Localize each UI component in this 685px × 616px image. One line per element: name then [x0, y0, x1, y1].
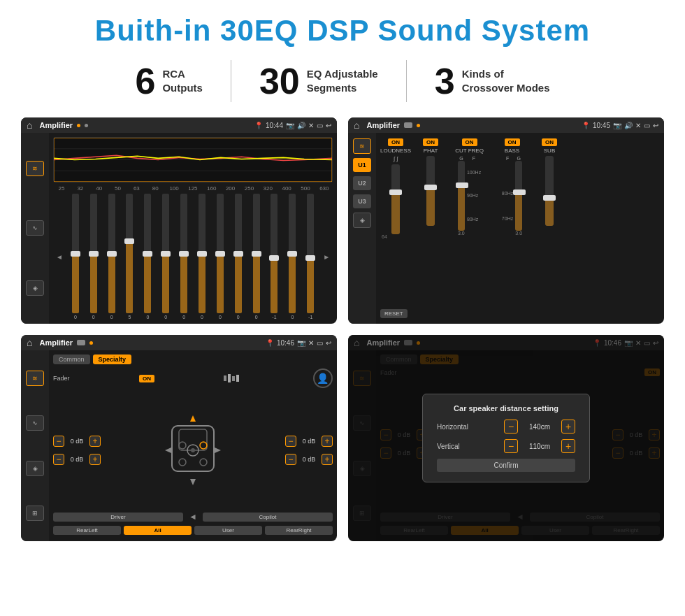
fader-db-val-3: 0 dB: [299, 438, 319, 445]
cross-home-icon[interactable]: ⌂: [354, 120, 359, 131]
eq-freq-250: 250: [242, 185, 256, 192]
eq-slider-5[interactable]: 0: [139, 194, 156, 320]
cutfreq-on-badge[interactable]: ON: [462, 138, 477, 146]
stat-number-crossover: 3: [435, 63, 455, 99]
crossover-screen-card: ⌂ Amplifier 📍 10:45 📷 🔊 ✕ ▭ ↩ ≋ U1: [348, 117, 664, 324]
eq-sidebar-eq-icon[interactable]: ≋: [26, 161, 44, 176]
eq-slider-9[interactable]: 0: [212, 194, 229, 320]
dist-vertical-minus[interactable]: −: [504, 439, 518, 453]
fader-wave-icon[interactable]: ∿: [26, 415, 44, 431]
loudness-on-badge[interactable]: ON: [388, 138, 403, 146]
eq-slider-7[interactable]: 0: [175, 194, 192, 320]
fader-person-icon: 👤: [313, 368, 333, 388]
loudness-group: ON LOUDNESS ∫∫ 64: [380, 138, 411, 301]
distance-screen-card: ⌂ Amplifier 📍 10:46 📷 ✕ ▭ ↩ ≋ ∿ ◈: [348, 335, 664, 541]
phat-label: PHAT: [424, 148, 438, 154]
cross-content: ≋ U1 U2 U3 ◈ ON LOUDNESS ∫∫: [348, 133, 664, 324]
cross-u1-btn[interactable]: U1: [353, 158, 371, 172]
eq-slider-6[interactable]: 0: [157, 194, 174, 320]
stat-crossover: 3 Kinds of Crossover Modes: [407, 63, 578, 99]
cross-reset-btn[interactable]: RESET: [380, 309, 408, 318]
eq-slider-11[interactable]: 0: [248, 194, 265, 320]
fader-copilot-btn[interactable]: Copilot: [203, 513, 333, 522]
eq-sidebar-spk-icon[interactable]: ◈: [26, 280, 44, 296]
fader-on-badge[interactable]: ON: [139, 375, 154, 382]
fader-rearleft-btn[interactable]: RearLeft: [53, 526, 121, 535]
fader-back-icon[interactable]: ↩: [326, 339, 331, 347]
fader-controls-area: − 0 dB + − 0 dB +: [53, 390, 333, 510]
eq-sliders: ◄ 0 0 0 5 0 0 0 0 0 0 0 -1 0 -1: [53, 194, 333, 320]
eq-slider-13[interactable]: 0: [284, 194, 301, 320]
fader-minus-4[interactable]: −: [285, 454, 296, 465]
fader-plus-4[interactable]: +: [322, 454, 333, 465]
bass-group: ON BASS F 80Hz 70Hz: [493, 138, 531, 301]
cross-back-icon[interactable]: ↩: [653, 122, 658, 129]
fader-plus-2[interactable]: +: [89, 454, 101, 465]
cross-bottom: RESET: [380, 306, 660, 321]
cross-eq-icon[interactable]: ≋: [353, 138, 371, 154]
eq-slider-14[interactable]: -1: [302, 194, 319, 320]
fader-home-icon[interactable]: ⌂: [27, 337, 32, 348]
stat-number-eq: 30: [259, 63, 300, 99]
cutfreq-g-slider[interactable]: [458, 161, 465, 231]
fader-tab-common[interactable]: Common: [53, 354, 90, 364]
eq-right-arrow[interactable]: ►: [320, 194, 333, 320]
eq-freq-40: 40: [92, 185, 106, 192]
fader-tab-specialty[interactable]: Specialty: [93, 354, 132, 364]
dist-confirm-btn[interactable]: Confirm: [437, 459, 575, 472]
dist-horizontal-minus[interactable]: −: [504, 420, 518, 434]
cross-status-dot2: [417, 124, 420, 127]
bass-on-badge[interactable]: ON: [505, 138, 520, 146]
eq-freq-63: 63: [129, 185, 143, 192]
eq-status-bar: ⌂ Amplifier 📍 10:44 📷 🔊 ✕ ▭ ↩: [21, 117, 337, 133]
dist-vertical-plus[interactable]: +: [561, 439, 575, 453]
fader-tabs: Common Specialty: [53, 354, 333, 364]
fader-user-btn[interactable]: User: [194, 526, 262, 535]
fader-driver-btn[interactable]: Driver: [53, 513, 183, 522]
fader-eq-icon[interactable]: ≋: [26, 371, 44, 386]
fader-rearright-btn[interactable]: RearRight: [265, 526, 333, 535]
fader-plus-1[interactable]: +: [89, 436, 101, 447]
eq-slider-3[interactable]: 0: [103, 194, 120, 320]
fader-minus-2[interactable]: −: [53, 454, 64, 465]
cross-status-icons: 📍 10:45 📷 🔊 ✕ ▭ ↩: [582, 122, 658, 129]
fader-left-arrow[interactable]: ◄: [186, 512, 200, 522]
sub-slider[interactable]: [545, 156, 554, 226]
fader-minus-3[interactable]: −: [285, 436, 296, 447]
sub-on-badge[interactable]: ON: [542, 138, 557, 146]
bass-g-slider[interactable]: [515, 161, 522, 231]
fader-minus-1[interactable]: −: [53, 436, 64, 447]
eq-time: 10:44: [266, 122, 283, 129]
eq-slider-12[interactable]: -1: [266, 194, 283, 320]
loudness-slider[interactable]: [391, 164, 400, 234]
eq-sidebar-wave-icon[interactable]: ∿: [26, 220, 44, 236]
eq-slider-4[interactable]: 5: [122, 194, 138, 320]
fader-status-dot1: [77, 340, 85, 345]
eq-home-icon[interactable]: ⌂: [27, 120, 32, 131]
eq-freq-320: 320: [261, 185, 275, 192]
eq-slider-1[interactable]: 0: [67, 194, 84, 320]
phat-slider[interactable]: [426, 156, 435, 226]
eq-slider-10[interactable]: 0: [230, 194, 247, 320]
fader-plus-3[interactable]: +: [322, 436, 333, 447]
eq-slider-2[interactable]: 0: [85, 194, 102, 320]
fader-expand-icon[interactable]: ⊞: [26, 506, 44, 521]
dist-horizontal-plus[interactable]: +: [561, 420, 575, 434]
distance-modal: Car speaker distance setting Horizontal …: [422, 394, 590, 482]
fader-db-val-1: 0 dB: [67, 438, 87, 445]
eq-slider-8[interactable]: 0: [194, 194, 210, 320]
dist-vertical-row: Vertical − 110cm +: [437, 439, 575, 453]
fader-bottom-btns-2: RearLeft All User RearRight: [53, 524, 333, 537]
eq-left-arrow[interactable]: ◄: [53, 194, 66, 320]
cross-spk-icon[interactable]: ◈: [353, 213, 371, 228]
eq-freq-200: 200: [224, 185, 238, 192]
cross-u3-btn[interactable]: U3: [353, 194, 371, 208]
fader-spk-icon[interactable]: ◈: [26, 461, 44, 476]
svg-rect-6: [228, 374, 231, 382]
eq-back-icon[interactable]: ↩: [326, 122, 331, 129]
phat-group: ON PHAT: [415, 138, 446, 301]
fader-db-ctrl-3: − 0 dB +: [285, 436, 333, 447]
cross-u2-btn[interactable]: U2: [353, 176, 371, 190]
phat-on-badge[interactable]: ON: [423, 138, 438, 146]
fader-all-btn[interactable]: All: [124, 526, 192, 535]
